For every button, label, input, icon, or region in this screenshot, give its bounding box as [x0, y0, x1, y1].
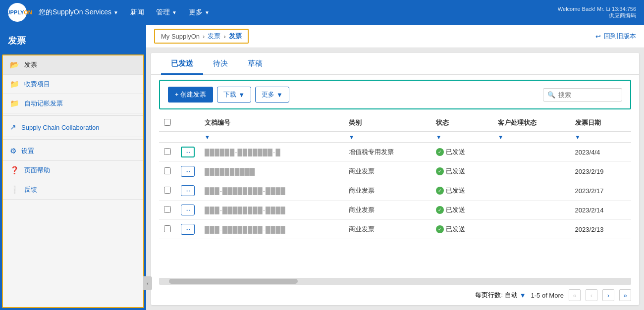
row-doc-num: ███-████████-████: [200, 201, 344, 220]
nav-services[interactable]: 您的SupplyOn Services ▼: [39, 8, 118, 17]
row-checkbox[interactable]: [164, 148, 171, 155]
row-actions-button[interactable]: ···: [181, 224, 195, 235]
sidebar-item-label: 发票: [24, 60, 37, 69]
tab-pending[interactable]: 待决: [203, 53, 238, 75]
exclamation-icon: ❕: [10, 185, 19, 194]
row-customer-status: [493, 181, 570, 201]
row-customer-status: [493, 143, 570, 162]
filter-icon: ▼: [436, 134, 441, 140]
row-checkbox[interactable]: [164, 187, 171, 194]
sidebar-item-label: Supply Chain Collaboration: [21, 124, 100, 131]
sidebar-item-feedback[interactable]: ❕ 反馈: [3, 180, 143, 200]
row-actions-cell: ···: [176, 181, 200, 201]
status-badge: ✓ 已发送: [436, 206, 465, 214]
tab-draft[interactable]: 草稿: [238, 53, 272, 75]
first-page-button[interactable]: «: [569, 289, 581, 301]
more-button[interactable]: 更多 ▼: [255, 87, 289, 103]
prev-page-button[interactable]: ‹: [586, 289, 597, 301]
search-box: 🔍: [543, 88, 622, 102]
sidebar-divider: [3, 115, 143, 116]
sidebar-item-settings[interactable]: ⚙ 设置: [3, 142, 143, 161]
toolbar: + 创建发票 下载 ▼ 更多 ▼ 🔍: [159, 80, 631, 109]
pagination-bar: 每页行数: 自动 ▼ 1-5 of More « ‹ › »: [151, 285, 639, 305]
sidebar-item-auto-invoices[interactable]: 📁 自动记帐发票: [3, 94, 143, 113]
search-input[interactable]: [558, 91, 618, 99]
row-customer-status: [493, 201, 570, 220]
filter-icon: ▼: [575, 134, 581, 140]
logo[interactable]: SUPPLYON: [8, 3, 27, 22]
filter-type[interactable]: ▼: [344, 132, 431, 143]
services-dropdown-icon: ▼: [113, 10, 118, 15]
filter-actions-cell: [176, 132, 200, 143]
page-range-info: 1-5 of More: [531, 292, 564, 299]
tab-sent[interactable]: 已发送: [161, 53, 203, 75]
filter-status[interactable]: ▼: [431, 132, 493, 143]
row-actions-button[interactable]: ···: [181, 166, 195, 177]
table-row: ··· ███-████████-████ 商业发票 ✓ 已发送: [159, 201, 631, 220]
status-badge: ✓ 已发送: [436, 167, 465, 176]
horizontal-scrollbar[interactable]: [159, 278, 631, 285]
row-type: 商业发票: [344, 201, 431, 220]
select-all-checkbox[interactable]: [164, 119, 171, 126]
row-actions-cell: ···: [176, 220, 200, 239]
filter-doc-num[interactable]: ▼: [200, 132, 344, 143]
create-invoice-button[interactable]: + 创建发票: [168, 87, 213, 103]
breadcrumb-current: 发票: [229, 32, 242, 41]
folder-icon: 📁: [10, 99, 19, 108]
gear-icon: ⚙: [10, 147, 16, 155]
sidebar-item-label: 反馈: [24, 185, 37, 194]
row-doc-num: ███-████████-████: [200, 181, 344, 201]
row-checkbox[interactable]: [164, 206, 171, 213]
inner-content: 已发送 待决 草稿 + 创建发票 下载 ▼ 更多: [151, 53, 639, 305]
row-actions-button[interactable]: ···: [181, 185, 195, 196]
sidebar-item-scc[interactable]: ↗ Supply Chain Collaboration: [3, 118, 143, 137]
invoice-table: 文档编号 类别 状态 客户处理状态 发票日期 ▼: [159, 114, 631, 239]
filter-customer-status[interactable]: ▼: [493, 132, 570, 143]
sidebar-item-page-help[interactable]: ❓ 页面帮助: [3, 161, 143, 180]
row-actions-cell: ···: [176, 143, 200, 162]
main-layout: 发票 📂 发票 📁 收费项目 📁 自动记帐发票 ↗ Supply Chain: [0, 25, 644, 310]
status-badge: ✓ 已发送: [436, 148, 465, 156]
status-green-icon: ✓: [436, 206, 444, 214]
sidebar-collapse-button[interactable]: ‹: [143, 276, 152, 290]
more-dropdown-icon: ▼: [205, 10, 210, 15]
table-row: ··· ███-████████-████ 商业发票 ✓ 已发送: [159, 220, 631, 239]
top-nav: SUPPLYON 您的SupplyOn Services ▼ 新闻 管理 ▼ 更…: [0, 0, 644, 25]
next-page-button[interactable]: ›: [602, 289, 614, 301]
sidebar-item-charge-items[interactable]: 📁 收费项目: [3, 75, 143, 94]
sidebar: 发票 📂 发票 📁 收费项目 📁 自动记帐发票 ↗ Supply Chain: [0, 25, 146, 310]
row-checkbox-cell: [159, 162, 176, 181]
col-status: 状态: [431, 114, 493, 132]
row-invoice-date: 2023/2/14: [570, 201, 631, 220]
sidebar-item-invoices[interactable]: 📂 发票: [3, 55, 143, 75]
row-status: ✓ 已发送: [431, 201, 493, 220]
page-size-dropdown-icon[interactable]: ▼: [520, 292, 526, 299]
back-to-old-version-button[interactable]: ↩ 回到旧版本: [595, 32, 636, 41]
row-type: 商业发票: [344, 220, 431, 239]
row-invoice-date: 2023/2/13: [570, 220, 631, 239]
col-actions: [176, 114, 200, 132]
row-actions-button[interactable]: ···: [181, 147, 195, 157]
sidebar-divider: [3, 139, 143, 140]
last-page-button[interactable]: »: [619, 289, 631, 301]
breadcrumb-bar: My SupplyOn › 发票 › 发票 ↩ 回到旧版本: [146, 25, 644, 48]
row-invoice-date: 2023/2/17: [570, 181, 631, 201]
nav-news[interactable]: 新闻: [130, 8, 144, 17]
row-checkbox[interactable]: [164, 225, 171, 232]
filter-invoice-date[interactable]: ▼: [570, 132, 631, 143]
download-button[interactable]: 下载 ▼: [217, 87, 251, 103]
row-doc-num: ██████-███████-█: [200, 143, 344, 162]
row-checkbox-cell: [159, 143, 176, 162]
search-icon: 🔍: [547, 91, 555, 99]
back-icon: ↩: [595, 33, 601, 40]
row-type: 增值税专用发票: [344, 143, 431, 162]
row-checkbox[interactable]: [164, 167, 171, 174]
row-actions-button[interactable]: ···: [181, 205, 195, 215]
scrollbar-thumb[interactable]: [169, 279, 298, 284]
row-customer-status: [493, 162, 570, 181]
table-row: ··· ███-████████-████ 商业发票 ✓ 已发送: [159, 181, 631, 201]
folder-open-icon: 📂: [10, 60, 19, 69]
breadcrumb-mid[interactable]: 发票: [208, 32, 220, 41]
nav-more[interactable]: 更多 ▼: [189, 8, 210, 17]
nav-manage[interactable]: 管理 ▼: [156, 8, 177, 17]
